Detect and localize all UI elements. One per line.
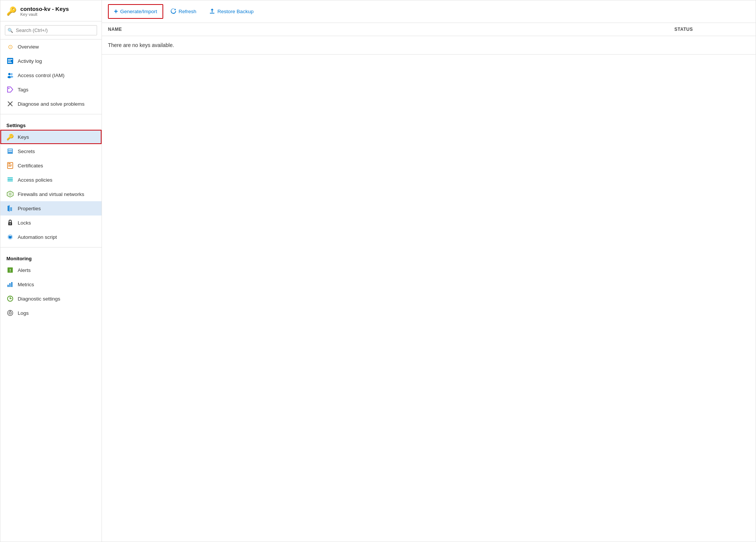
- sidebar-item-label: Tags: [18, 87, 29, 93]
- svg-rect-24: [10, 207, 12, 211]
- sidebar-item-alerts[interactable]: ! Alerts: [0, 263, 102, 277]
- refresh-label: Refresh: [179, 9, 196, 14]
- sidebar-item-access-control[interactable]: Access control (IAM): [0, 68, 102, 82]
- svg-marker-22: [9, 192, 12, 196]
- svg-text:!: !: [9, 268, 11, 273]
- svg-rect-1: [8, 59, 12, 60]
- svg-point-5: [11, 73, 13, 75]
- svg-rect-35: [11, 282, 12, 287]
- sidebar-item-label: Keys: [18, 134, 29, 140]
- locks-icon: [6, 219, 14, 226]
- sidebar-item-activity-log[interactable]: Activity log: [0, 54, 102, 68]
- refresh-button[interactable]: Refresh: [165, 5, 202, 18]
- search-wrapper: [5, 25, 97, 35]
- sidebar-item-tags[interactable]: Tags: [0, 82, 102, 97]
- svg-point-8: [8, 88, 9, 89]
- toolbar: + Generate/Import Refresh Restore Backup: [102, 0, 756, 23]
- diagnostic-icon: [6, 295, 14, 302]
- sidebar-header-text: contoso-kv - Keys Key vault: [20, 6, 69, 17]
- svg-rect-16: [8, 165, 12, 165]
- divider-monitoring: [0, 247, 102, 247]
- sidebar-title: contoso-kv - Keys: [20, 6, 69, 12]
- sidebar-item-access-policies[interactable]: Access policies: [0, 173, 102, 187]
- sidebar-nav: ⊙ Overview Activity log Access control (…: [0, 39, 102, 542]
- firewalls-icon: [6, 190, 14, 198]
- col-name-header: NAME: [108, 27, 674, 32]
- svg-point-39: [10, 298, 11, 299]
- svg-rect-3: [8, 62, 12, 63]
- sidebar-item-label: Certificates: [18, 163, 43, 169]
- sidebar-item-keys[interactable]: 🔑 Keys: [0, 130, 102, 144]
- search-input[interactable]: [5, 25, 97, 35]
- tags-icon: [6, 86, 14, 93]
- sidebar-item-label: Activity log: [18, 58, 42, 64]
- generate-import-button[interactable]: + Generate/Import: [108, 4, 163, 19]
- sidebar-item-certificates[interactable]: Certificates: [0, 158, 102, 173]
- sidebar-item-automation[interactable]: Automation script: [0, 230, 102, 244]
- sidebar-item-label: Overview: [18, 44, 39, 50]
- content-area: There are no keys available.: [102, 36, 756, 542]
- sidebar-item-diagnostic[interactable]: Diagnostic settings: [0, 291, 102, 306]
- svg-rect-33: [8, 285, 9, 287]
- automation-icon: [6, 233, 14, 241]
- svg-point-4: [8, 73, 11, 75]
- sidebar-item-diagnose[interactable]: Diagnose and solve problems: [0, 97, 102, 111]
- sidebar-item-overview[interactable]: ⊙ Overview: [0, 39, 102, 54]
- svg-point-7: [10, 76, 13, 78]
- refresh-icon: [170, 8, 176, 15]
- activity-log-icon: [6, 57, 14, 65]
- access-control-icon: [6, 71, 14, 79]
- restore-backup-button[interactable]: Restore Backup: [203, 5, 259, 18]
- sidebar-header: 🔑 contoso-kv - Keys Key vault: [0, 0, 102, 21]
- sidebar-item-label: Locks: [18, 220, 31, 226]
- sidebar-item-label: Automation script: [18, 234, 57, 240]
- restore-backup-label: Restore Backup: [217, 9, 254, 14]
- settings-section-label: Settings: [0, 117, 102, 130]
- sidebar-item-label: Alerts: [18, 267, 31, 273]
- col-status-header: STATUS: [674, 27, 750, 32]
- logs-icon: [6, 309, 14, 317]
- sidebar-item-properties[interactable]: Properties: [0, 201, 102, 216]
- overview-icon: ⊙: [6, 43, 14, 50]
- secrets-icon: [6, 147, 14, 155]
- certificates-icon: [6, 162, 14, 169]
- table-header: NAME STATUS: [102, 23, 756, 36]
- svg-rect-13: [8, 151, 12, 152]
- sidebar-item-secrets[interactable]: Secrets: [0, 144, 102, 158]
- svg-rect-25: [9, 205, 10, 212]
- divider-settings: [0, 114, 102, 114]
- properties-icon: [6, 205, 14, 212]
- svg-point-41: [9, 312, 11, 314]
- sidebar: 🔑 contoso-kv - Keys Key vault ⊙ Overview: [0, 0, 102, 542]
- svg-rect-2: [8, 61, 11, 61]
- sidebar-item-locks[interactable]: Locks: [0, 216, 102, 230]
- sidebar-item-label: Access policies: [18, 177, 52, 183]
- keyvault-icon: 🔑: [6, 6, 17, 16]
- restore-icon: [209, 8, 215, 15]
- empty-message: There are no keys available.: [102, 36, 756, 55]
- sidebar-item-label: Firewalls and virtual networks: [18, 191, 84, 197]
- sidebar-item-label: Properties: [18, 206, 41, 211]
- sidebar-subtitle: Key vault: [20, 12, 69, 17]
- sidebar-item-firewalls[interactable]: Firewalls and virtual networks: [0, 187, 102, 201]
- sidebar-item-label: Diagnose and solve problems: [18, 101, 85, 107]
- access-policies-icon: [6, 176, 14, 184]
- svg-rect-15: [8, 163, 11, 164]
- plus-icon: +: [114, 8, 118, 15]
- sidebar-item-label: Logs: [18, 310, 29, 316]
- generate-import-label: Generate/Import: [120, 9, 157, 14]
- keys-icon: 🔑: [6, 133, 14, 141]
- svg-rect-34: [9, 283, 11, 287]
- monitoring-section-label: Monitoring: [0, 251, 102, 263]
- svg-rect-17: [8, 166, 11, 167]
- diagnose-icon: [6, 100, 14, 108]
- sidebar-item-label: Diagnostic settings: [18, 296, 60, 302]
- sidebar-item-metrics[interactable]: Metrics: [0, 277, 102, 291]
- sidebar-item-label: Access control (IAM): [18, 73, 65, 78]
- metrics-icon: [6, 281, 14, 288]
- sidebar-search-container: [0, 21, 102, 39]
- alerts-icon: !: [6, 266, 14, 274]
- sidebar-item-logs[interactable]: Logs: [0, 306, 102, 320]
- main-content: + Generate/Import Refresh Restore Backup…: [102, 0, 756, 542]
- sidebar-item-label: Metrics: [18, 282, 34, 287]
